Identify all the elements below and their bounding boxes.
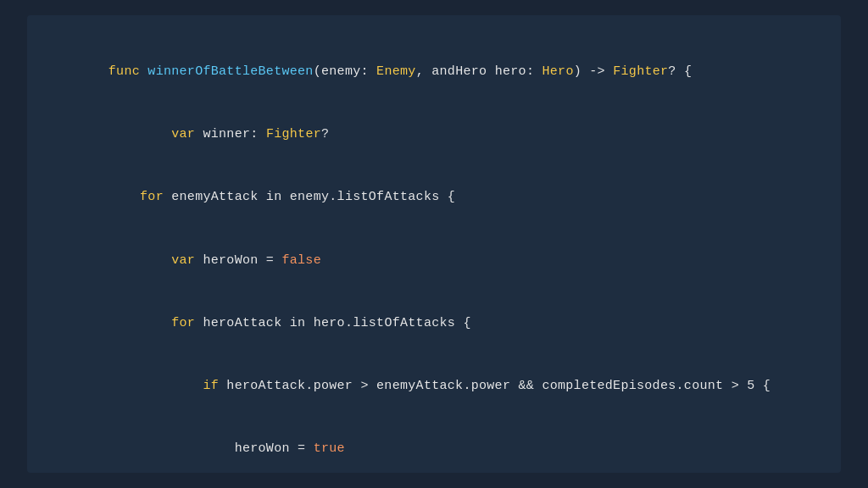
code-line-7: heroWon = true xyxy=(61,419,807,481)
code-screen: func winnerOfBattleBetween(enemy: Enemy,… xyxy=(27,15,841,473)
func-name: winnerOfBattleBetween xyxy=(147,64,313,79)
keyword-func: func xyxy=(108,64,148,79)
code-block: func winnerOfBattleBetween(enemy: Enemy,… xyxy=(61,41,807,488)
code-line-4: var heroWon = false xyxy=(61,230,807,292)
code-line-5: for heroAttack in hero.listOfAttacks { xyxy=(61,292,807,355)
code-line-2: var winner: Fighter? xyxy=(61,103,807,166)
code-line-8: winner = hero xyxy=(61,481,807,488)
code-line-6: if heroAttack.power > enemyAttack.power … xyxy=(61,355,807,418)
code-line-3: for enemyAttack in enemy.listOfAttacks { xyxy=(61,167,807,230)
code-line-1: func winnerOfBattleBetween(enemy: Enemy,… xyxy=(61,41,807,103)
